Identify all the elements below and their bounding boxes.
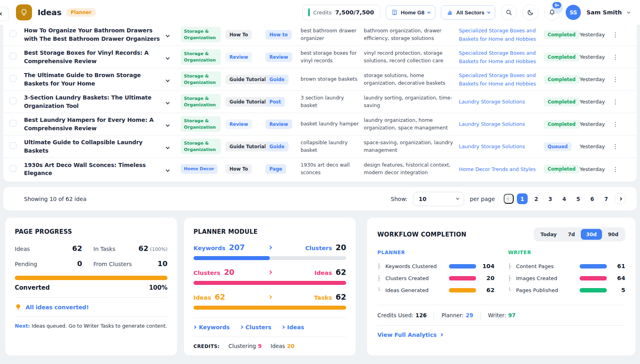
view-full-analytics-link[interactable]: View Full Analytics xyxy=(377,332,625,338)
card-title: PLANNER MODULE xyxy=(193,228,346,235)
cluster-link[interactable]: Specialized Storage Boxes and Baskets fo… xyxy=(459,72,536,87)
row-menu-button[interactable]: ⋮ xyxy=(611,141,620,152)
planner-quick-links: Keywords Clusters Ideas xyxy=(193,324,346,330)
metric-row: └ Ideas Generated 62 xyxy=(377,284,494,296)
tree-branch-icon: └ xyxy=(508,287,516,293)
org-selector[interactable]: Home G8 xyxy=(386,5,436,20)
flow-keywords-clusters: Keywords 207 Clusters 20 xyxy=(193,243,346,260)
lightbulb-app-icon xyxy=(16,4,32,20)
planner-heading: PLANNER xyxy=(377,249,494,255)
stat-ideas: Ideas 62 xyxy=(15,244,82,253)
cluster-link[interactable]: Home Decor Trends and Styles xyxy=(459,166,536,172)
ideas-link[interactable]: Ideas xyxy=(282,324,304,330)
idea-title: 3-Section Laundry Baskets: The Ultimate … xyxy=(24,93,162,110)
category-tag: Storage & Organization xyxy=(181,116,221,132)
category-tag: Storage & Organization xyxy=(181,27,221,43)
page-button-7[interactable]: 7 xyxy=(601,193,612,204)
avatar[interactable]: SS xyxy=(566,5,581,20)
stat-from-clusters: From Clusters 10 xyxy=(94,259,167,268)
row-checkbox[interactable] xyxy=(10,75,16,82)
row-menu-button[interactable]: ⋮ xyxy=(611,74,620,85)
page-title: Ideas xyxy=(38,8,62,17)
filter-30d[interactable]: 30d xyxy=(581,229,602,240)
divider xyxy=(434,311,434,319)
format-tag: Guide Tutorial xyxy=(225,75,270,84)
table-row: Best Storage Boxes for Vinyl Records: A … xyxy=(3,46,637,68)
row-expand-chevron-icon[interactable] xyxy=(166,145,170,149)
dark-mode-toggle[interactable] xyxy=(522,4,538,20)
row-expand-chevron-icon[interactable] xyxy=(166,123,170,127)
table-row: Best Laundry Hampers for Every Home: A C… xyxy=(3,113,637,135)
metric-pill xyxy=(449,288,476,292)
idea-title: Best Storage Boxes for Vinyl Records: A … xyxy=(24,49,162,65)
user-name: Sam Smith xyxy=(586,9,622,16)
search-button[interactable] xyxy=(501,4,517,20)
row-checkbox[interactable] xyxy=(10,30,16,37)
cluster-link[interactable]: Laundry Storage Solutions xyxy=(459,121,525,127)
secondary-keywords: vinyl record protection, storage solutio… xyxy=(364,50,459,65)
row-checkbox[interactable] xyxy=(10,120,16,127)
type-tag: Review xyxy=(265,119,292,129)
filter-7d[interactable]: 7d xyxy=(563,229,580,240)
row-checkbox[interactable] xyxy=(10,165,16,172)
cluster-link[interactable]: Laundry Storage Solutions xyxy=(459,99,525,105)
cluster-link[interactable]: Specialized Storage Boxes and Baskets fo… xyxy=(459,50,536,64)
row-expand-chevron-icon[interactable] xyxy=(166,56,170,60)
format-tag: How To xyxy=(225,30,252,40)
category-tag: Storage & Organization xyxy=(181,94,221,110)
page-button-2[interactable]: 2 xyxy=(531,193,542,204)
page-size-select[interactable]: 10 xyxy=(413,192,464,206)
row-checkbox[interactable] xyxy=(10,53,16,60)
secondary-keywords: bathroom organization, drawer efficiency… xyxy=(364,27,459,42)
metric-pill xyxy=(580,276,607,280)
metric-row: ├ Images Created 64 xyxy=(508,272,625,284)
page-button-6[interactable]: 6 xyxy=(587,193,598,204)
row-expand-chevron-icon[interactable] xyxy=(166,168,170,172)
row-checkbox[interactable] xyxy=(10,97,16,104)
row-menu-button[interactable]: ⋮ xyxy=(611,52,620,62)
building-icon xyxy=(391,9,398,16)
bell-icon xyxy=(548,9,556,16)
writer-heading: WRITER xyxy=(508,249,625,255)
clusters-link[interactable]: Clusters xyxy=(240,324,271,330)
row-menu-button[interactable]: ⋮ xyxy=(611,97,620,107)
search-icon xyxy=(505,9,512,16)
row-expand-chevron-icon[interactable] xyxy=(166,78,170,82)
filter-today[interactable]: Today xyxy=(535,229,562,240)
idea-title: Best Laundry Hampers for Every Home: A C… xyxy=(24,116,162,132)
back-button[interactable] xyxy=(0,7,9,21)
status-badge: Completed xyxy=(544,120,580,129)
row-menu-button[interactable]: ⋮ xyxy=(611,119,620,129)
primary-keyword: collapsible laundry basket xyxy=(301,139,364,154)
notifications-button[interactable]: 9+ xyxy=(544,4,560,20)
row-expand-chevron-icon[interactable] xyxy=(166,34,170,38)
page-button-4[interactable]: 4 xyxy=(559,193,570,204)
secondary-keywords: design features, historical context, mod… xyxy=(364,161,459,177)
cluster-link[interactable]: Laundry Storage Solutions xyxy=(459,143,525,149)
filter-90d[interactable]: 90d xyxy=(603,229,624,240)
row-menu-button[interactable]: ⋮ xyxy=(611,30,620,40)
page-button-3[interactable]: 3 xyxy=(545,193,556,204)
flow-clusters-ideas: Clusters 20 Ideas 62 xyxy=(193,268,346,285)
page-button-5[interactable]: 5 xyxy=(573,193,584,204)
all-converted-callout: All ideas converted! xyxy=(15,304,167,310)
pagination-bar: Showing 10 of 62 idea Show: 10 per page … xyxy=(3,187,637,211)
next-page-button[interactable] xyxy=(615,193,626,204)
sector-selector[interactable]: All Sectors xyxy=(441,5,495,20)
keywords-link[interactable]: Keywords xyxy=(193,324,230,330)
row-checkbox[interactable] xyxy=(10,142,16,149)
metric-pill xyxy=(580,288,607,292)
prev-page-button[interactable] xyxy=(504,194,514,204)
chevron-down-icon xyxy=(427,10,431,14)
table-row: Ultimate Guide to Collapsible Laundry Ba… xyxy=(3,135,637,158)
primary-keyword: 1930s art deco wall sconces xyxy=(301,161,364,177)
primary-keyword: best storage boxes for vinyl records xyxy=(301,50,364,65)
cluster-link[interactable]: Specialized Storage Boxes and Baskets fo… xyxy=(459,28,536,42)
page-button-1[interactable]: 1 xyxy=(517,193,528,204)
card-title: PAGE PROGRESS xyxy=(15,228,167,235)
flow-progress-bar xyxy=(193,256,346,260)
row-expand-chevron-icon[interactable] xyxy=(166,101,170,105)
user-menu-chevron-icon[interactable] xyxy=(627,10,630,14)
row-menu-button[interactable]: ⋮ xyxy=(611,164,620,175)
type-tag: Guide xyxy=(265,75,289,84)
